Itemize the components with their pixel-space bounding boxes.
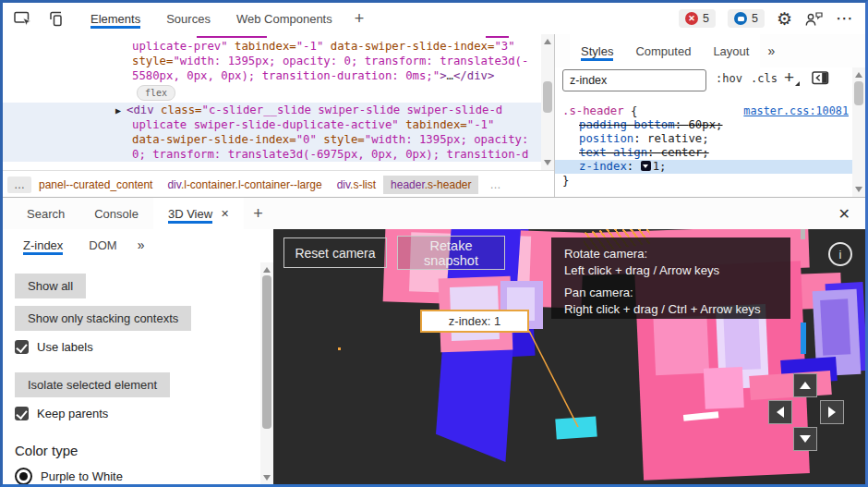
keep-parents-checkbox[interactable]: Keep parents [15, 407, 273, 420]
scroll-down-icon[interactable] [263, 475, 271, 481]
reveal-in-3d-icon[interactable] [641, 161, 651, 171]
code-line[interactable]: flex [3, 83, 541, 103]
settings-gear-icon[interactable]: ⚙ [777, 10, 792, 28]
css-property-row[interactable]: position: relative; [555, 132, 865, 146]
tab-search[interactable]: Search [12, 198, 79, 229]
code-line[interactable]: 5580px, 0px, 0px); transition-duration: … [3, 68, 541, 83]
code-token: uplicate-prev" [132, 40, 235, 53]
retake-snapshot-button[interactable]: Retake snapshot [397, 236, 505, 270]
css-property-row[interactable]: padding-bottom: 60px; [555, 118, 865, 132]
css-property-row[interactable]: z-index: 1; [555, 160, 865, 174]
tab-console[interactable]: Console [79, 198, 153, 229]
toggle-class-button[interactable]: .cls [751, 72, 778, 85]
tab-web-components[interactable]: Web Components [223, 3, 345, 34]
color-type-radio-purple-to-white[interactable]: Purple to White [15, 468, 273, 485]
stylesheet-source-link[interactable]: master.css:10081 [743, 104, 849, 118]
show-all-button[interactable]: Show all [15, 274, 86, 298]
3d-sidebar-scrollbar[interactable] [260, 262, 273, 485]
style-filter-input[interactable] [562, 69, 706, 91]
code-token: … [447, 69, 453, 82]
scrollbar-thumb[interactable] [854, 81, 863, 105]
computed-sidebar-toggle-icon[interactable] [812, 71, 829, 89]
tab-sources[interactable]: Sources [153, 3, 223, 34]
reset-camera-button[interactable]: Reset camera [283, 237, 387, 268]
scroll-up-icon[interactable] [263, 267, 271, 273]
styles-scrollbar[interactable] [852, 67, 865, 197]
add-drawer-tab-button[interactable]: + [244, 198, 272, 229]
issues-badge[interactable]: 5 [728, 9, 765, 28]
new-style-rule-button[interactable]: + [784, 67, 794, 88]
rotate-camera-title: Rotate camera: [564, 246, 790, 262]
scroll-up-icon[interactable] [544, 39, 551, 44]
code-token: "width: 1395px; opacity: [365, 133, 529, 146]
breadcrumb-part: div [167, 178, 180, 191]
more-tabs-chevron-icon[interactable]: » [760, 34, 782, 67]
checkbox-checked-icon [15, 407, 29, 420]
tab-styles[interactable]: Styles [570, 34, 624, 67]
feedback-person-icon[interactable] [804, 11, 824, 27]
scroll-up-icon[interactable] [855, 72, 862, 78]
breadcrumb-overflow[interactable]: … [7, 177, 31, 193]
css-property-row[interactable]: text-align: center; [555, 146, 865, 160]
pan-camera-detail: Right click + drag / Ctrl + Arrow keys [564, 301, 790, 318]
code-line[interactable]: style="width: 1395px; opacity: 0; transf… [3, 54, 541, 68]
code-token: "-1" [296, 40, 331, 53]
code-line[interactable]: 0; transform: translate3d(-6975px, 0px, … [3, 147, 541, 162]
css-selector[interactable]: .s-header [562, 104, 624, 117]
breadcrumb-item[interactable]: div.l-container.l-container--large [160, 176, 329, 194]
scrollbar-thumb[interactable] [543, 81, 552, 113]
scrollbar-thumb[interactable] [262, 275, 271, 429]
scene-scrollbar-bar [801, 229, 805, 239]
devtools-toolbar: Elements Sources Web Components + ✕ 5 5 … [3, 3, 865, 34]
breadcrumb-item[interactable]: panel--curated_content [31, 176, 160, 194]
arrow-down-icon [800, 435, 811, 443]
expand-arrow-icon[interactable]: ▶ [115, 105, 127, 116]
scene-box [683, 411, 718, 421]
toggle-hover-state-button[interactable]: :hov [716, 72, 742, 85]
pan-down-button[interactable] [793, 427, 817, 451]
tab-layout[interactable]: Layout [702, 34, 760, 67]
info-icon[interactable]: i [828, 242, 852, 266]
scene-box [820, 298, 850, 355]
code-token: <div [127, 103, 161, 116]
pan-right-button[interactable] [820, 400, 844, 424]
code-line[interactable]: ▶ <div class="c-slider__slide swiper-sli… [3, 103, 541, 117]
pan-up-button[interactable] [793, 373, 817, 397]
tab-dom[interactable]: DOM [76, 229, 129, 261]
code-token: data-swiper-slide-index= [331, 40, 495, 53]
code-line-partial [197, 36, 267, 38]
code-line[interactable]: data-swiper-slide-index="0" style="width… [3, 132, 541, 147]
inspect-element-icon[interactable] [14, 11, 32, 27]
code-line[interactable]: uplicate swiper-slide-duplicate-active" … [3, 117, 541, 132]
code-token: 0; transform: translate3d(-6975px, 0px, … [132, 148, 528, 161]
device-emulation-icon[interactable] [47, 11, 65, 27]
tab-elements[interactable]: Elements [78, 3, 153, 34]
breadcrumb-item[interactable]: header.s-header [383, 176, 478, 194]
scroll-down-icon[interactable] [855, 187, 862, 192]
breadcrumb-item[interactable]: div.s-list [330, 176, 383, 194]
arrow-right-icon [828, 407, 836, 418]
isolate-element-button[interactable]: Isolate selected element [15, 372, 170, 397]
elements-scrollbar[interactable] [541, 34, 554, 170]
error-badge[interactable]: ✕ 5 [679, 9, 716, 28]
code-line[interactable]: uplicate-prev" tabindex="-1" data-swiper… [3, 39, 541, 54]
add-tab-button[interactable]: + [345, 3, 374, 34]
scroll-down-icon[interactable] [544, 160, 551, 165]
breadcrumb-overflow[interactable]: … [483, 177, 507, 193]
scene-selected-element-highlight [555, 416, 597, 439]
tab-z-index[interactable]: Z-index [10, 229, 76, 261]
css-property-value: relative; [647, 132, 709, 145]
tab-computed[interactable]: Computed [624, 34, 702, 67]
devtools-window: Elements Sources Web Components + ✕ 5 5 … [0, 0, 868, 487]
3d-scene-canvas[interactable]: z-index: 1 Reset camera Retake snapshot … [273, 229, 865, 485]
tab-3d-view[interactable]: 3D View ✕ [153, 198, 244, 229]
flex-badge[interactable]: flex [137, 85, 175, 101]
show-stacking-contexts-button[interactable]: Show only stacking contexts [15, 306, 191, 331]
close-drawer-icon[interactable]: ✕ [833, 198, 856, 229]
more-menu-icon[interactable]: ⋯ [836, 13, 854, 23]
dom-tree[interactable]: uplicate-prev" tabindex="-1" data-swiper… [3, 34, 541, 170]
use-labels-checkbox[interactable]: Use labels [15, 340, 273, 354]
more-tabs-chevron-icon[interactable]: » [130, 229, 152, 261]
close-tab-icon[interactable]: ✕ [221, 208, 229, 220]
pan-left-button[interactable] [768, 400, 792, 424]
